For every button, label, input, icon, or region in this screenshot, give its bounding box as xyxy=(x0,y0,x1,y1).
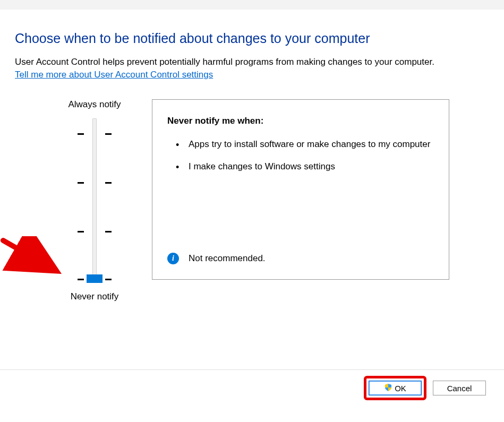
window-top-bar xyxy=(0,0,504,10)
cancel-button-label: Cancel xyxy=(447,384,472,393)
ok-button-label: OK xyxy=(395,384,406,393)
svg-line-0 xyxy=(3,240,48,266)
slider-label-never: Never notify xyxy=(47,291,142,302)
slider-tick-icon xyxy=(78,231,84,232)
panel-title: Never notify me when: xyxy=(167,116,434,126)
uac-slider[interactable] xyxy=(73,118,116,283)
slider-label-always: Always notify xyxy=(47,99,142,110)
slider-tick-icon xyxy=(105,279,112,280)
info-icon: i xyxy=(167,253,179,264)
panel-list-item: Apps try to install software or make cha… xyxy=(180,138,434,151)
notification-detail-panel: Never notify me when: Apps try to instal… xyxy=(152,99,449,280)
ok-button[interactable]: OK xyxy=(369,381,422,395)
shield-icon xyxy=(384,383,392,393)
slider-tick-icon xyxy=(78,279,84,280)
page-description: User Account Control helps prevent poten… xyxy=(15,56,489,68)
help-link[interactable]: Tell me more about User Account Control … xyxy=(15,70,213,80)
page-heading: Choose when to be notified about changes… xyxy=(15,31,489,46)
slider-tick-icon xyxy=(78,133,84,135)
slider-track xyxy=(92,118,97,283)
slider-tick-icon xyxy=(78,182,84,184)
slider-thumb[interactable] xyxy=(87,274,102,283)
slider-tick-icon xyxy=(105,182,112,184)
annotation-highlight: OK xyxy=(364,376,426,400)
panel-list-item: I make changes to Windows settings xyxy=(180,160,434,174)
divider xyxy=(0,369,504,370)
slider-tick-icon xyxy=(105,133,112,135)
slider-tick-icon xyxy=(105,231,112,232)
cancel-button[interactable]: Cancel xyxy=(433,381,486,395)
recommendation-text: Not recommended. xyxy=(189,253,266,264)
